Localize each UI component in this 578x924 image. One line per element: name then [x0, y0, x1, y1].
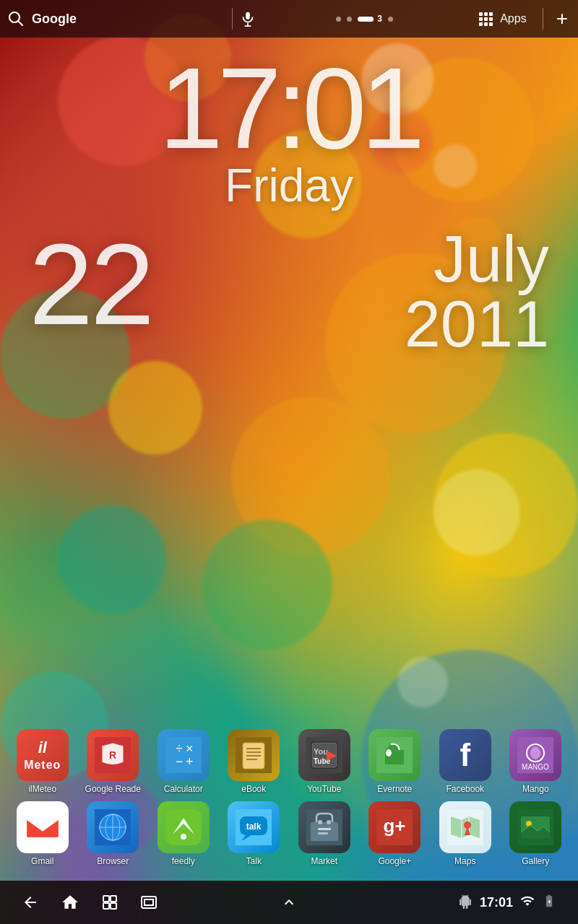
- svg-text:MANGO: MANGO: [522, 763, 549, 771]
- app-evernote[interactable]: Evernote: [362, 729, 427, 794]
- microphone-icon[interactable]: [240, 11, 256, 27]
- app-dock: il Meteo ilMeteo R Google Reade: [0, 729, 578, 873]
- app-browser[interactable]: Browser: [80, 801, 145, 866]
- clock-widget: 17:01 Friday 22 July 2011: [0, 51, 578, 357]
- topbar: Google 3 Apps +: [0, 0, 578, 38]
- svg-rect-2: [246, 12, 250, 19]
- svg-text:talk: talk: [246, 821, 262, 832]
- apps-button[interactable]: Apps: [473, 9, 532, 29]
- page-dot-1: [336, 17, 341, 22]
- back-button[interactable]: [22, 894, 39, 911]
- app-label-talk: Talk: [246, 856, 262, 866]
- svg-rect-61: [103, 903, 109, 909]
- svg-rect-26: [391, 754, 401, 756]
- app-googleplus[interactable]: g+ Google+: [362, 801, 427, 866]
- svg-point-40: [181, 834, 186, 840]
- app-label-maps: Maps: [454, 856, 475, 866]
- divider: [232, 8, 233, 30]
- divider-2: [543, 8, 543, 30]
- app-talk[interactable]: talk Talk: [221, 801, 286, 866]
- app-label-calculator: Calculator: [164, 784, 203, 794]
- app-label-evernote: Evernote: [377, 784, 412, 794]
- app-googlereader[interactable]: R Google Reade: [80, 729, 145, 794]
- app-label-gmail: Gmail: [31, 856, 53, 866]
- app-maps[interactable]: Maps: [433, 801, 498, 866]
- google-search-label: Google: [32, 12, 77, 27]
- topbar-right: Apps +: [473, 8, 571, 30]
- search-icon: [7, 10, 25, 27]
- page-dot-2: [347, 17, 352, 22]
- app-gmail[interactable]: Gmail: [10, 801, 75, 866]
- month-display: July: [405, 227, 549, 292]
- svg-text:g+: g+: [384, 815, 406, 837]
- svg-line-1: [19, 22, 23, 26]
- page-dot-3-active: 3: [358, 14, 382, 24]
- app-label-browser: Browser: [97, 856, 129, 866]
- app-label-googlereader: Google Reade: [85, 784, 141, 794]
- recent-apps-button[interactable]: [101, 894, 118, 911]
- status-time: 17:01: [480, 895, 513, 910]
- app-label-ilmeteo: ilMeteo: [28, 784, 56, 794]
- svg-point-48: [327, 820, 331, 824]
- day-number: 22: [29, 227, 152, 357]
- battery-icon: [542, 894, 556, 911]
- app-youtube[interactable]: You Tube YouTube: [292, 729, 357, 794]
- svg-rect-7: [165, 737, 202, 773]
- svg-rect-62: [111, 903, 116, 909]
- apps-label: Apps: [500, 12, 526, 25]
- date-row: 22 July 2011: [0, 227, 578, 357]
- nav-center: [280, 894, 298, 911]
- svg-rect-64: [144, 899, 153, 905]
- time-display: 17:01: [0, 51, 578, 166]
- svg-point-47: [318, 820, 322, 824]
- home-button[interactable]: [61, 893, 79, 912]
- app-ilmeteo[interactable]: il Meteo ilMeteo: [10, 729, 75, 794]
- app-gallery[interactable]: Gallery: [503, 801, 568, 866]
- svg-text:You: You: [314, 747, 328, 756]
- app-label-market: Market: [311, 856, 337, 866]
- app-calculator[interactable]: ÷ × − + Calculator: [151, 729, 216, 794]
- svg-text:÷: ÷: [176, 741, 183, 756]
- search-area[interactable]: Google: [7, 10, 225, 27]
- svg-text:−: −: [176, 754, 184, 769]
- bottombar: 17:01: [0, 881, 578, 924]
- app-label-googleplus: Google+: [378, 856, 411, 866]
- svg-rect-46: [311, 822, 338, 841]
- app-row-2: Gmail Browser: [7, 801, 571, 866]
- app-market[interactable]: Market: [292, 801, 357, 866]
- svg-rect-49: [318, 828, 331, 830]
- wifi-icon: [520, 894, 535, 911]
- svg-rect-27: [391, 757, 401, 759]
- app-feedly[interactable]: feedly: [151, 801, 216, 866]
- svg-point-25: [386, 749, 392, 757]
- svg-text:R: R: [109, 749, 116, 761]
- page-indicators: 3: [256, 14, 473, 24]
- nav-right: 17:01: [458, 894, 556, 911]
- svg-text:×: ×: [186, 741, 194, 756]
- page-dot-4: [388, 17, 393, 22]
- screenshot-button[interactable]: [140, 894, 158, 911]
- app-row-1: il Meteo ilMeteo R Google Reade: [7, 729, 571, 794]
- android-status-icon: [458, 894, 473, 911]
- app-label-youtube: YouTube: [307, 784, 341, 794]
- svg-rect-59: [103, 896, 109, 902]
- app-label-facebook: Facebook: [446, 784, 484, 794]
- svg-text:+: +: [186, 754, 194, 769]
- year-display: 2011: [405, 292, 549, 357]
- app-ebook[interactable]: eBook: [221, 729, 286, 794]
- svg-rect-60: [111, 896, 116, 902]
- day-display: Friday: [0, 159, 578, 212]
- grid-icon: [479, 12, 493, 26]
- add-button[interactable]: +: [553, 9, 571, 29]
- up-button[interactable]: [280, 894, 298, 911]
- app-facebook[interactable]: f Facebook: [433, 729, 498, 794]
- app-label-feedly: feedly: [172, 856, 195, 866]
- app-mango[interactable]: MANGO Mango: [503, 729, 568, 794]
- app-label-gallery: Gallery: [522, 856, 549, 866]
- app-label-mango: Mango: [522, 784, 549, 794]
- nav-left: [22, 893, 158, 912]
- svg-rect-50: [318, 832, 328, 834]
- app-label-ebook: eBook: [241, 784, 266, 794]
- month-year: July 2011: [405, 227, 549, 357]
